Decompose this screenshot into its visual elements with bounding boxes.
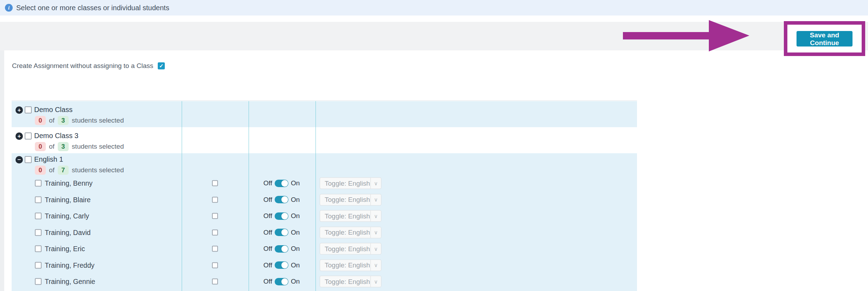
collapse-class-icon[interactable]: −	[15, 156, 23, 163]
toggle-off-label: Off	[263, 196, 272, 204]
student-row: Training, Eric Off On Toggle: English D.…	[12, 241, 637, 257]
language-dropdown-value: Toggle: English D...	[320, 243, 370, 254]
text-to-speech-toggle[interactable]	[275, 180, 288, 187]
toggle-knob	[281, 278, 288, 285]
toggle-off-label: Off	[263, 212, 272, 220]
student-checkbox[interactable]	[35, 246, 42, 252]
expand-class-icon[interactable]: +	[15, 132, 23, 140]
class-selection-summary: 0 of 7 students selected	[35, 166, 124, 175]
text-to-speech-toggle[interactable]	[275, 229, 288, 236]
annotation-box: Save and Continue	[784, 21, 865, 56]
text-to-speech-control: Off On	[263, 245, 300, 253]
eliminate-answer-checkbox[interactable]	[212, 229, 218, 235]
chevron-down-icon: ∨	[370, 276, 381, 287]
student-name: Training, David	[45, 228, 90, 236]
language-dropdown[interactable]: Toggle: English D... ∨	[320, 178, 381, 189]
toggle-knob	[281, 262, 288, 268]
student-name: Training, Eric	[45, 245, 85, 253]
save-and-continue-button[interactable]: Save and Continue	[797, 31, 853, 47]
column-separator	[316, 101, 316, 291]
annotation-arrow	[623, 19, 751, 53]
eliminate-answer-checkbox[interactable]	[212, 180, 218, 186]
toggle-off-label: Off	[263, 179, 272, 187]
class-name: Demo Class	[34, 106, 73, 114]
language-dropdown[interactable]: Toggle: English D... ∨	[320, 194, 381, 205]
class-checkbox[interactable]	[25, 106, 32, 113]
chevron-down-icon: ∨	[370, 194, 381, 205]
student-checkbox[interactable]	[35, 213, 42, 219]
text-to-speech-toggle[interactable]	[275, 278, 288, 285]
class-group-english-1: − English 1 0 of 7 students selected Tra…	[12, 153, 637, 291]
of-label: of	[49, 117, 55, 124]
toggle-knob	[281, 246, 288, 252]
text-to-speech-toggle[interactable]	[275, 196, 288, 203]
text-to-speech-control: Off On	[263, 196, 300, 204]
student-row: Training, Freddy Off On Toggle: English …	[12, 257, 637, 274]
total-count-badge: 3	[58, 142, 69, 151]
students-selected-label: students selected	[72, 143, 124, 150]
content-panel: Create Assignment without assigning to a…	[4, 50, 868, 291]
expand-class-icon[interactable]: +	[15, 106, 23, 114]
info-bar: i Select one or more classes or individu…	[0, 0, 868, 16]
student-checkbox[interactable]	[35, 180, 42, 187]
text-to-speech-control: Off On	[263, 179, 300, 187]
student-row: Training, Blaire Off On Toggle: English …	[12, 192, 637, 208]
language-dropdown-value: Toggle: English D...	[320, 276, 370, 287]
class-checkbox[interactable]	[25, 156, 32, 163]
eliminate-answer-checkbox[interactable]	[212, 246, 218, 252]
class-selection-summary: 0 of 3 students selected	[35, 142, 124, 151]
text-to-speech-toggle[interactable]	[275, 261, 288, 269]
selected-count-badge: 0	[35, 116, 46, 125]
chevron-down-icon: ∨	[370, 260, 381, 271]
student-checkbox[interactable]	[35, 196, 42, 203]
selected-count-badge: 0	[35, 142, 46, 151]
students-selected-label: students selected	[72, 166, 124, 174]
eliminate-answer-checkbox[interactable]	[212, 197, 218, 203]
eliminate-answer-checkbox[interactable]	[212, 262, 218, 268]
chevron-down-icon: ∨	[370, 243, 381, 254]
student-checkbox[interactable]	[35, 278, 42, 285]
language-dropdown-value: Toggle: English D...	[320, 260, 370, 271]
students-selected-label: students selected	[72, 117, 124, 124]
eliminate-answer-checkbox[interactable]	[212, 279, 218, 285]
student-checkbox[interactable]	[35, 262, 42, 268]
class-row-demo-class: + Demo Class 0 of 3 students selected	[12, 101, 637, 127]
language-dropdown[interactable]: Toggle: English D... ∨	[320, 227, 381, 238]
text-to-speech-toggle[interactable]	[275, 245, 288, 253]
toggle-off-label: Off	[263, 245, 272, 253]
student-checkbox[interactable]	[35, 229, 42, 236]
student-name: Training, Carly	[45, 212, 89, 220]
class-checkbox[interactable]	[25, 132, 32, 140]
create-without-class-checkbox[interactable]: ✓	[158, 62, 165, 69]
of-label: of	[49, 166, 55, 174]
language-dropdown-value: Toggle: English D...	[320, 211, 370, 222]
student-row: Training, Benny Off On Toggle: English D…	[12, 175, 637, 192]
text-to-speech-control: Off On	[263, 212, 300, 220]
text-to-speech-control: Off On	[263, 278, 300, 285]
toggle-on-label: On	[291, 179, 300, 187]
language-dropdown[interactable]: Toggle: English D... ∨	[320, 259, 381, 271]
toggle-on-label: On	[291, 212, 300, 220]
student-name: Training, Benny	[45, 179, 93, 187]
text-to-speech-control: Off On	[263, 261, 300, 269]
chevron-down-icon: ∨	[370, 227, 381, 238]
toggle-knob	[281, 229, 288, 236]
language-dropdown[interactable]: Toggle: English D... ∨	[320, 243, 381, 255]
class-row-demo-class-3: + Demo Class 3 0 of 3 students selected	[12, 127, 637, 153]
total-count-badge: 3	[58, 116, 69, 125]
language-dropdown[interactable]: Toggle: English D... ∨	[320, 210, 381, 222]
toggle-knob	[281, 213, 288, 219]
chevron-down-icon: ∨	[370, 211, 381, 222]
class-name: Demo Class 3	[34, 132, 79, 140]
text-to-speech-control: Off On	[263, 229, 300, 236]
left-gutter	[0, 50, 4, 291]
create-without-class-row: Create Assignment without assigning to a…	[12, 62, 165, 70]
student-row: Training, David Off On Toggle: English D…	[12, 224, 637, 241]
toggle-on-label: On	[291, 245, 300, 253]
toggle-on-label: On	[291, 196, 300, 204]
language-dropdown[interactable]: Toggle: English D... ∨	[320, 276, 381, 287]
text-to-speech-toggle[interactable]	[275, 212, 288, 220]
eliminate-answer-checkbox[interactable]	[212, 213, 218, 219]
total-count-badge: 7	[58, 166, 69, 175]
student-name: Training, Gennie	[45, 278, 95, 286]
